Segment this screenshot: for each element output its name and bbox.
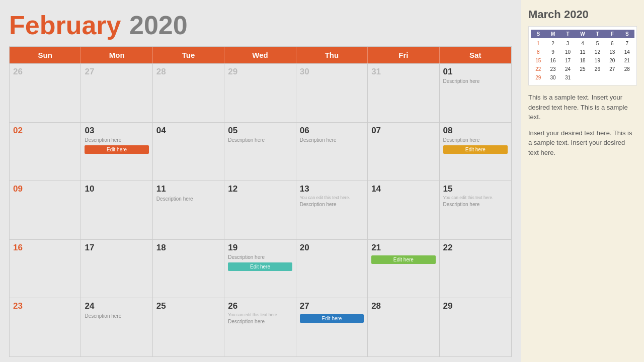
cell-day-0-0: 26 xyxy=(13,67,77,77)
title-row: February 2020 xyxy=(9,10,512,40)
sidebar-text2: Insert your desired text here. This is a… xyxy=(528,128,637,158)
cell-day-3-3: 19 xyxy=(228,243,292,253)
cell-day-1-2: 04 xyxy=(156,126,220,136)
cell-day-0-4: 30 xyxy=(300,67,364,77)
mini-cell-2-5: 20 xyxy=(605,56,619,65)
mini-cell-3-0: 22 xyxy=(531,65,545,73)
cell-day-0-6: 01 xyxy=(443,67,508,77)
cal-cell-4-3: 26You can edit this text here.Descriptio… xyxy=(224,298,296,356)
cell-hint-4-3: You can edit this text here. xyxy=(228,312,292,317)
mini-cell-4-5: - xyxy=(605,73,619,82)
header-cell-sat: Sat xyxy=(440,47,511,63)
cell-day-3-5: 21 xyxy=(371,243,435,253)
mini-cell-4-0: 29 xyxy=(531,73,545,82)
cell-desc-3-3: Description here xyxy=(228,254,292,260)
mini-calendar-header: SMTWTFS xyxy=(531,30,634,38)
header-cell-wed: Wed xyxy=(224,47,296,63)
cal-cell-3-2: 18 xyxy=(153,240,224,298)
mini-cell-1-1: 9 xyxy=(545,48,560,56)
cal-row-0: 26272829303101Description here xyxy=(10,63,511,122)
cal-cell-0-2: 28 xyxy=(153,64,224,122)
mini-header-cell: S xyxy=(531,30,545,38)
edit-btn-1-6[interactable]: Edit here xyxy=(443,145,508,154)
calendar-grid: SunMonTueWedThuFriSat 26272829303101Desc… xyxy=(9,46,512,357)
cell-day-3-1: 17 xyxy=(85,243,148,253)
cal-row-1: 0203Description hereEdit here0405Descrip… xyxy=(10,122,511,181)
cal-cell-3-4: 20 xyxy=(296,240,368,298)
cell-desc-1-1: Description here xyxy=(85,137,148,143)
cell-day-2-1: 10 xyxy=(85,184,148,194)
mini-cell-4-6: - xyxy=(620,73,634,82)
cell-day-1-4: 06 xyxy=(300,126,364,136)
mini-cell-3-5: 27 xyxy=(605,65,619,73)
cal-cell-1-3: 05Description here xyxy=(224,123,296,181)
mini-cell-0-5: 6 xyxy=(605,39,619,48)
cell-day-1-3: 05 xyxy=(228,126,292,136)
header-cell-mon: Mon xyxy=(81,47,152,63)
cal-cell-0-6: 01Description here xyxy=(440,64,511,122)
cal-cell-4-4: 27Edit here xyxy=(296,298,368,356)
edit-btn-4-4[interactable]: Edit here xyxy=(300,314,364,323)
mini-header-cell: S xyxy=(620,30,634,38)
cell-day-3-4: 20 xyxy=(300,243,364,253)
main-area: February 2020 SunMonTueWedThuFriSat 2627… xyxy=(0,0,521,362)
cell-day-1-0: 02 xyxy=(13,126,77,136)
mini-header-cell: T xyxy=(560,30,575,38)
mini-calendar-body: 1234567891011121314151617181920212223242… xyxy=(531,39,634,82)
mini-cell-1-6: 14 xyxy=(620,48,634,56)
edit-btn-1-1[interactable]: Edit here xyxy=(85,145,148,154)
cal-cell-0-3: 29 xyxy=(224,64,296,122)
cal-cell-4-6: 29 xyxy=(440,298,511,356)
cell-hint-2-6: You can edit this text here. xyxy=(443,195,508,200)
cell-day-4-5: 28 xyxy=(371,301,435,311)
mini-cell-4-2: 31 xyxy=(560,73,575,82)
cell-day-4-3: 26 xyxy=(228,301,292,311)
cell-desc-1-3: Description here xyxy=(228,137,292,143)
cell-desc-2-6: Description here xyxy=(443,202,508,207)
cal-cell-0-4: 30 xyxy=(296,64,368,122)
edit-btn-3-5[interactable]: Edit here xyxy=(371,255,435,264)
calendar-header: SunMonTueWedThuFriSat xyxy=(10,47,511,63)
cell-day-2-0: 09 xyxy=(13,184,77,194)
cal-cell-3-1: 17 xyxy=(81,240,152,298)
cell-day-2-5: 14 xyxy=(371,184,435,194)
cal-cell-4-2: 25 xyxy=(153,298,224,356)
mini-cell-2-4: 19 xyxy=(590,56,605,65)
cell-day-4-1: 24 xyxy=(85,301,148,311)
mini-row-0: 1234567 xyxy=(531,39,634,48)
cell-desc-4-1: Description here xyxy=(85,313,148,319)
cell-desc-2-4: Description here xyxy=(300,202,364,207)
cal-cell-2-4: 13You can edit this text here.Descriptio… xyxy=(296,181,368,239)
cell-day-2-2: 11 xyxy=(156,184,220,194)
mini-cell-3-6: 28 xyxy=(620,65,634,73)
mini-cell-3-2: 24 xyxy=(560,65,575,73)
mini-cell-1-5: 13 xyxy=(605,48,619,56)
mini-cell-2-3: 18 xyxy=(575,56,590,65)
cal-cell-3-5: 21Edit here xyxy=(368,240,439,298)
cal-cell-0-0: 26 xyxy=(10,64,81,122)
cal-row-3: 16171819Description hereEdit here2021Edi… xyxy=(10,239,511,298)
cell-day-4-2: 25 xyxy=(156,301,220,311)
cell-day-1-6: 08 xyxy=(443,126,508,136)
cell-desc-1-4: Description here xyxy=(300,137,364,143)
sidebar-title: March 2020 xyxy=(528,8,637,21)
cal-row-2: 091011Description here1213You can edit t… xyxy=(10,180,511,239)
cal-cell-2-5: 14 xyxy=(368,181,439,239)
cell-day-3-2: 18 xyxy=(156,243,220,253)
mini-cell-2-0: 15 xyxy=(531,56,545,65)
edit-btn-3-3[interactable]: Edit here xyxy=(228,262,292,271)
header-cell-fri: Fri xyxy=(368,47,439,63)
mini-calendar: SMTWTFS 12345678910111213141516171819202… xyxy=(528,26,637,85)
cell-day-1-5: 07 xyxy=(371,126,435,136)
mini-cell-3-3: 25 xyxy=(575,65,590,73)
header-cell-tue: Tue xyxy=(153,47,224,63)
cal-cell-1-6: 08Description hereEdit here xyxy=(440,123,511,181)
sidebar: March 2020 SMTWTFS 123456789101112131415… xyxy=(521,0,644,362)
cal-cell-1-0: 02 xyxy=(10,123,81,181)
mini-header-cell: M xyxy=(545,30,560,38)
cal-cell-3-6: 22 xyxy=(440,240,511,298)
mini-cell-3-4: 26 xyxy=(590,65,605,73)
sidebar-text1: This is a sample text. Insert your desir… xyxy=(528,93,637,122)
header-cell-sun: Sun xyxy=(10,47,81,63)
mini-cell-2-6: 21 xyxy=(620,56,634,65)
